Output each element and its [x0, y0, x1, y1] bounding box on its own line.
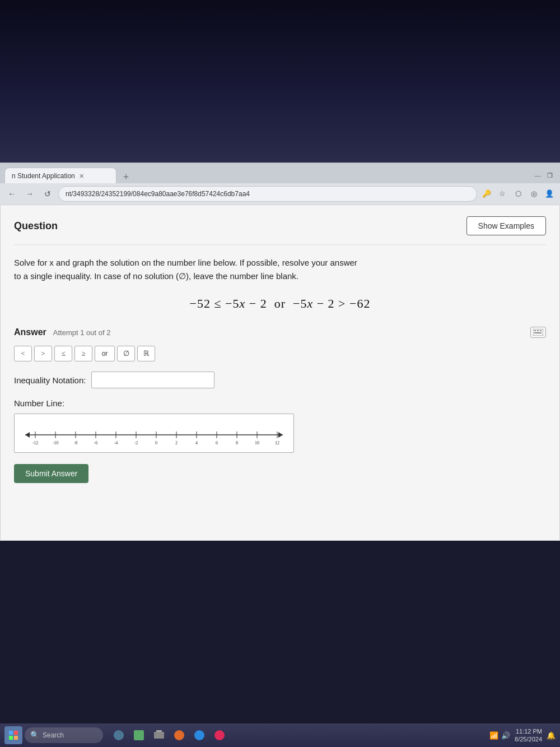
svg-rect-4 [534, 332, 542, 333]
svg-text:-6: -6 [94, 440, 98, 446]
svg-rect-34 [9, 731, 13, 735]
address-input[interactable]: nt/3493328/24352199/084ec9a80aae3e76f8d5… [58, 186, 477, 202]
taskbar-time-text: 11:12 PM [515, 727, 542, 735]
show-examples-button[interactable]: Show Examples [466, 216, 546, 235]
question-header: Question Show Examples [14, 216, 546, 245]
keyboard-icon[interactable] [530, 327, 546, 338]
inequality-row: Inequality Notation: [14, 372, 546, 388]
extension-icon[interactable]: ◎ [528, 188, 540, 200]
taskbar-date-text: 8/25/2024 [515, 735, 542, 743]
back-button[interactable]: ← [4, 187, 19, 201]
less-equal-button[interactable]: ≤ [54, 346, 72, 361]
tab-bar: n Student Application × + — ❐ [0, 163, 560, 183]
svg-rect-2 [537, 330, 539, 331]
svg-point-44 [194, 730, 204, 740]
reals-button[interactable]: ℝ [137, 346, 155, 361]
taskbar: 🔍 Search 🎵 📶 🔊 11:12 PM 8/25/2024 [0, 723, 560, 747]
taskbar-right: 📶 🔊 11:12 PM 8/25/2024 🔔 [489, 727, 556, 744]
answer-label: Answer [14, 327, 46, 337]
svg-rect-41 [154, 732, 164, 739]
taskbar-search-text: Search [43, 731, 64, 739]
svg-text:🎵: 🎵 [115, 731, 123, 739]
number-line-svg: -12 -10 -8 -6 -4 -2 [20, 419, 288, 447]
window-controls: — ❐ [532, 170, 556, 183]
tab-title: n Student Application [12, 172, 75, 180]
svg-text:-2: -2 [134, 440, 138, 446]
tray-icons: 📶 🔊 [489, 731, 510, 740]
svg-text:8: 8 [236, 440, 238, 446]
question-label: Question [14, 220, 58, 232]
svg-marker-6 [25, 432, 30, 438]
problem-text: Solve for x and graph the solution on th… [14, 256, 546, 283]
attempt-label: Attempt 1 out of 2 [53, 328, 111, 337]
dark-top-area [0, 0, 560, 163]
taskbar-app-5[interactable] [190, 726, 208, 744]
svg-text:6: 6 [216, 440, 218, 446]
share-icon[interactable]: ⬡ [512, 188, 524, 200]
problem-line1: Solve for x and graph the solution on th… [14, 256, 546, 270]
or-button[interactable]: or [95, 346, 115, 361]
svg-rect-40 [134, 730, 144, 740]
number-line-box[interactable]: -12 -10 -8 -6 -4 -2 [14, 414, 294, 453]
submit-answer-button[interactable]: Submit Answer [14, 464, 88, 483]
svg-text:-12: -12 [32, 440, 39, 446]
svg-rect-3 [540, 330, 542, 331]
equation-text: −52 ≤ −5x − 2 or −5x − 2 > −62 [190, 296, 371, 310]
browser-tab[interactable]: n Student Application × [4, 168, 116, 183]
inequality-notation-label: Inequality Notation: [14, 375, 86, 385]
bookmark-icon[interactable]: ☆ [496, 188, 508, 200]
svg-text:2: 2 [175, 440, 178, 446]
empty-set-button[interactable]: ∅ [117, 346, 135, 361]
password-icon[interactable]: 🔑 [480, 188, 493, 200]
minimize-button[interactable]: — [532, 170, 543, 181]
taskbar-app-3[interactable] [150, 726, 168, 744]
profile-icon[interactable]: 👤 [543, 188, 556, 200]
symbol-buttons: < > ≤ ≥ or ∅ ℝ [14, 346, 546, 361]
taskbar-clock: 11:12 PM 8/25/2024 [515, 727, 542, 744]
svg-rect-36 [9, 736, 13, 740]
svg-marker-7 [278, 432, 283, 438]
start-button[interactable] [4, 726, 22, 744]
svg-point-43 [174, 730, 184, 740]
svg-text:-4: -4 [114, 440, 118, 446]
number-line-label: Number Line: [14, 398, 546, 408]
notification-icon[interactable]: 🔔 [547, 731, 556, 740]
svg-rect-37 [14, 736, 18, 740]
svg-text:12: 12 [275, 440, 279, 446]
maximize-button[interactable]: ❐ [544, 170, 556, 181]
taskbar-app-4[interactable] [170, 726, 188, 744]
refresh-button[interactable]: ↺ [40, 187, 55, 201]
volume-icon: 🔊 [501, 731, 510, 740]
browser-icons: 🔑 ☆ ⬡ ◎ 👤 [480, 188, 556, 200]
address-bar-row: ← → ↺ nt/3493328/24352199/084ec9a80aae3e… [0, 183, 560, 205]
taskbar-app-1[interactable]: 🎵 [110, 726, 128, 744]
svg-text:-10: -10 [53, 440, 59, 446]
svg-text:4: 4 [195, 440, 198, 446]
taskbar-app-6[interactable] [211, 726, 228, 744]
taskbar-search[interactable]: 🔍 Search [25, 727, 103, 743]
greater-equal-button[interactable]: ≥ [74, 346, 92, 361]
less-than-button[interactable]: < [14, 346, 32, 361]
taskbar-app-2[interactable] [130, 726, 148, 744]
number-line-section: Number Line: -12 -10 [14, 398, 546, 453]
greater-than-button[interactable]: > [34, 346, 52, 361]
new-tab-button[interactable]: + [120, 171, 132, 183]
taskbar-apps: 🎵 [110, 726, 228, 744]
browser-chrome: n Student Application × + — ❐ ← → ↺ nt/3… [0, 163, 560, 205]
svg-text:10: 10 [255, 440, 259, 446]
content-area: Question Show Examples Solve for x and g… [0, 205, 560, 541]
wifi-icon: 📶 [489, 731, 498, 740]
tab-close-button[interactable]: × [80, 171, 84, 180]
problem-line2: to a single inequality. In case of no so… [14, 270, 546, 283]
answer-header: Answer Attempt 1 out of 2 [14, 327, 546, 338]
svg-rect-42 [156, 730, 162, 732]
forward-button[interactable]: → [22, 187, 37, 201]
inequality-notation-input[interactable] [91, 372, 214, 388]
address-text: nt/3493328/24352199/084ec9a80aae3e76f8d5… [66, 190, 250, 198]
svg-point-45 [214, 730, 225, 740]
svg-rect-1 [534, 330, 536, 331]
math-equation: −52 ≤ −5x − 2 or −5x − 2 > −62 [14, 296, 546, 311]
svg-text:0: 0 [155, 440, 157, 446]
svg-text:-8: -8 [74, 440, 78, 446]
svg-rect-35 [14, 731, 18, 735]
